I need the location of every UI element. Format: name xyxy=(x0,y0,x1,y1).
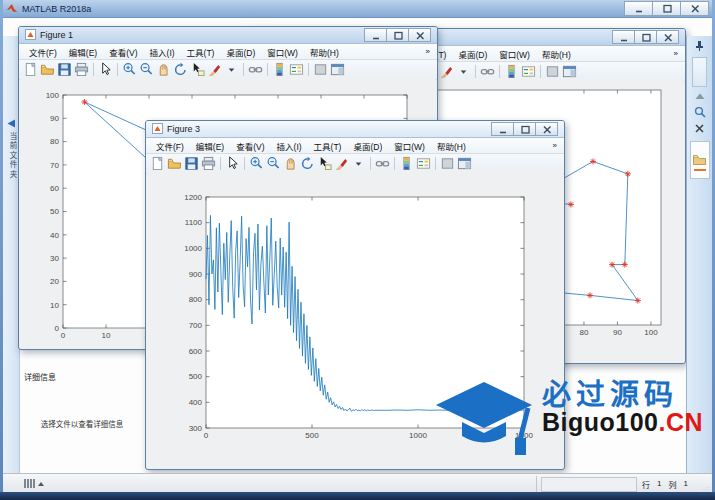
figure3-menubar: 文件(F)编辑(E)查看(V)插入(I)工具(T)桌面(D)窗口(W)帮助(H)… xyxy=(146,138,564,154)
toolbar-separator xyxy=(267,63,268,76)
close-button[interactable] xyxy=(656,30,679,44)
menu-item[interactable]: 工具(T) xyxy=(181,46,221,58)
close-icon[interactable] xyxy=(687,124,712,133)
active-tab-underline xyxy=(694,169,706,171)
scrollbar-track[interactable] xyxy=(692,57,707,87)
svg-text:800: 800 xyxy=(189,295,203,304)
figure1-window-buttons xyxy=(365,28,431,42)
svg-text:1200: 1200 xyxy=(184,193,202,202)
maximize-button[interactable] xyxy=(386,28,409,42)
menu-item[interactable]: 文件(F) xyxy=(150,140,190,152)
col-value: 1 xyxy=(683,479,687,490)
svg-text:80: 80 xyxy=(50,137,59,146)
menu-item[interactable]: 文件(F) xyxy=(23,46,63,58)
menu-item[interactable]: 桌面(D) xyxy=(347,140,388,152)
toolbar-separator xyxy=(243,63,244,76)
toolbar-separator xyxy=(308,63,309,76)
maximize-button[interactable] xyxy=(513,122,536,136)
toolbar-separator xyxy=(435,157,436,170)
figure-icon xyxy=(25,26,36,44)
menu-item[interactable]: 桌面(D) xyxy=(452,48,493,60)
menu-overflow-icon[interactable]: » xyxy=(674,49,681,58)
minimize-button[interactable] xyxy=(491,122,514,136)
col-label: 列 xyxy=(668,479,676,490)
menu-item[interactable]: 窗口(W) xyxy=(493,48,536,60)
svg-text:0: 0 xyxy=(61,331,66,340)
figure3-window-buttons xyxy=(492,122,558,136)
menu-item[interactable]: 插入(I) xyxy=(144,46,181,58)
svg-text:500: 500 xyxy=(305,431,319,440)
svg-text:500: 500 xyxy=(189,372,203,381)
search-icon[interactable] xyxy=(687,106,712,118)
statusbar-section xyxy=(541,477,637,492)
menu-item[interactable]: 工具(T) xyxy=(308,140,348,152)
minimize-button[interactable] xyxy=(364,28,387,42)
toolbar-separator xyxy=(220,157,221,170)
svg-text:0: 0 xyxy=(55,324,60,333)
toolbar-separator xyxy=(475,65,476,78)
graduation-cap-logo xyxy=(432,380,536,460)
dock-pin-icon[interactable] xyxy=(687,40,712,51)
toolbar-separator xyxy=(394,157,395,170)
minimized-panel-tab[interactable] xyxy=(690,141,710,179)
menu-overflow-icon[interactable]: » xyxy=(426,47,433,56)
close-button[interactable] xyxy=(408,28,431,42)
svg-text:70: 70 xyxy=(50,161,59,170)
minimize-button[interactable] xyxy=(624,1,653,16)
menu-item[interactable]: 桌面(D) xyxy=(220,46,261,58)
window-frame-bottom xyxy=(0,492,715,500)
svg-text:40: 40 xyxy=(50,231,59,240)
figure2-window-buttons xyxy=(613,30,679,44)
scroll-up-icon[interactable] xyxy=(687,93,712,100)
toolbar-separator xyxy=(540,65,541,78)
close-button[interactable] xyxy=(535,122,558,136)
toolbar-separator xyxy=(499,65,500,78)
menu-item[interactable]: 窗口(W) xyxy=(261,46,304,58)
window-frame-left xyxy=(0,0,3,500)
row-label: 行 xyxy=(642,479,650,490)
current-folder-vertical-label[interactable]: 当前文件夹 xyxy=(7,132,18,180)
details-panel-header[interactable]: 详细信息 xyxy=(24,371,56,382)
panel-grip-icon[interactable] xyxy=(24,479,44,488)
matlab-logo-icon xyxy=(6,0,18,18)
maximize-button[interactable] xyxy=(652,1,681,16)
menu-item[interactable]: 帮助(H) xyxy=(431,140,472,152)
menu-item[interactable]: 窗口(W) xyxy=(388,140,431,152)
svg-text:20: 20 xyxy=(50,277,59,286)
svg-text:10: 10 xyxy=(50,301,59,310)
watermark: 必过源码 Biguo100.CN xyxy=(432,380,703,460)
folder-icon xyxy=(693,154,706,165)
svg-text:1100: 1100 xyxy=(185,218,203,227)
resize-grip[interactable]: .:: xyxy=(703,485,711,491)
svg-text:100: 100 xyxy=(644,328,658,337)
back-arrow-icon[interactable] xyxy=(7,114,16,132)
menu-item[interactable]: 帮助(H) xyxy=(304,46,345,58)
maximize-button[interactable] xyxy=(634,30,657,44)
menu-overflow-icon[interactable]: » xyxy=(553,141,560,150)
figure3-title: Figure 3 xyxy=(167,124,200,134)
svg-text:10: 10 xyxy=(102,331,111,340)
menu-item[interactable]: 查看(V) xyxy=(230,140,270,152)
menu-item[interactable]: 编辑(E) xyxy=(63,46,103,58)
svg-text:900: 900 xyxy=(189,270,203,279)
figure-icon xyxy=(152,120,163,138)
figure1-titlebar[interactable]: Figure 1 xyxy=(19,27,437,44)
svg-text:600: 600 xyxy=(189,347,203,356)
close-button[interactable] xyxy=(680,1,709,16)
menu-item[interactable]: 编辑(E) xyxy=(190,140,230,152)
svg-text:90: 90 xyxy=(50,114,59,123)
watermark-brand-en: Biguo100.CN xyxy=(542,410,703,435)
menu-item[interactable]: 插入(I) xyxy=(271,140,308,152)
menu-item[interactable]: 帮助(H) xyxy=(536,48,577,60)
figure1-menubar: 文件(F)编辑(E)查看(V)插入(I)工具(T)桌面(D)窗口(W)帮助(H)… xyxy=(19,44,437,60)
watermark-brand-cn: 必过源码 xyxy=(542,380,703,410)
svg-text:1000: 1000 xyxy=(184,244,202,253)
figure3-titlebar[interactable]: Figure 3 xyxy=(146,121,564,138)
svg-text:60: 60 xyxy=(50,184,59,193)
svg-text:100: 100 xyxy=(46,91,60,100)
main-titlebar[interactable]: MATLAB R2018a xyxy=(0,0,715,18)
svg-text:300: 300 xyxy=(189,424,203,433)
details-panel-placeholder: 选择文件以查看详细信息 xyxy=(22,418,142,429)
menu-item[interactable]: 查看(V) xyxy=(103,46,143,58)
minimize-button[interactable] xyxy=(612,30,635,44)
